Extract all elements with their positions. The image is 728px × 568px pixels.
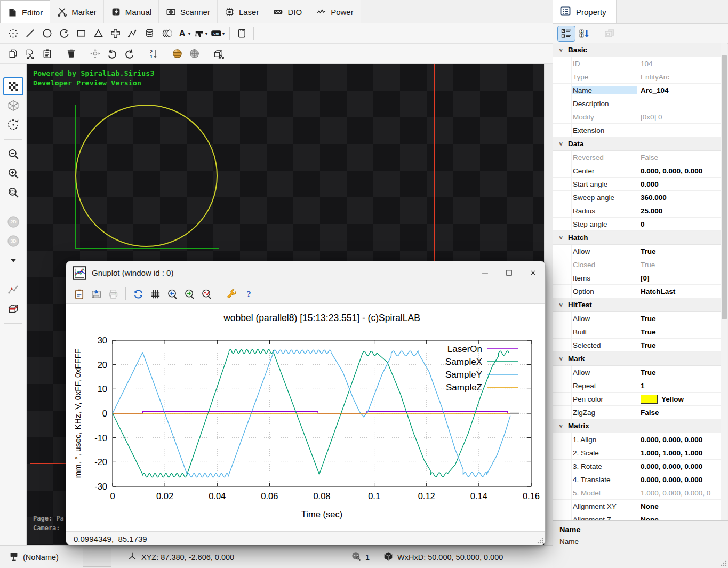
cut-icon[interactable] [22, 46, 38, 62]
entity-arc[interactable] [75, 105, 218, 247]
barcode-gun-icon[interactable]: ▾ [193, 26, 209, 42]
spiral-icon[interactable] [141, 26, 157, 42]
dropdown-caret[interactable]: ▾ [222, 31, 225, 36]
property-value[interactable]: None [637, 516, 721, 521]
tab-manual[interactable]: Manual [104, 0, 159, 23]
gp-copy-icon[interactable] [71, 286, 87, 301]
property-value[interactable]: 0.000, 0.000, 0.000 [637, 436, 721, 444]
property-group-data[interactable]: >Data [553, 137, 721, 151]
property-row-closed[interactable]: ClosedTrue [553, 258, 721, 271]
zoom-region-icon[interactable] [4, 184, 23, 201]
dropdown-caret[interactable]: ▾ [188, 31, 191, 36]
property-value[interactable]: 25.000 [637, 207, 721, 215]
copy-icon[interactable] [5, 46, 21, 62]
property-value[interactable]: 0.000, 0.000, 0.000 [637, 167, 721, 175]
property-value[interactable]: [0x0] 0 [637, 113, 721, 121]
property-row-allow[interactable]: AllowTrue [553, 312, 721, 325]
property-row-extension[interactable]: Extension [553, 124, 721, 137]
property-value[interactable]: True [637, 315, 721, 323]
categorized-view-button[interactable] [558, 26, 575, 41]
move-icon[interactable] [87, 46, 103, 62]
line-icon[interactable] [22, 26, 38, 42]
property-row-alignment-z[interactable]: Alignment ZNone [553, 513, 721, 520]
property-row-name[interactable]: NameArc_104 [553, 84, 721, 97]
gnuplot-titlebar[interactable]: Gnuplot (window id : 0) [66, 261, 545, 284]
redo-icon[interactable] [121, 46, 137, 62]
maximize-button[interactable] [497, 261, 521, 284]
tab-dio[interactable]: DIO [266, 0, 309, 23]
gp-save-icon[interactable] [88, 286, 104, 301]
gp-grid-icon[interactable] [147, 286, 163, 301]
property-group-hittest[interactable]: >HitTest [553, 298, 721, 312]
tab-marker[interactable]: Marker [50, 0, 104, 23]
points-icon[interactable] [5, 26, 21, 42]
undo-icon[interactable] [104, 46, 120, 62]
property-row-zigzag[interactable]: ZigZagFalse [553, 406, 721, 419]
property-row-selected[interactable]: SelectedTrue [553, 339, 721, 352]
caret-down-icon[interactable] [4, 252, 23, 269]
property-row-step-angle[interactable]: Step angle0 [553, 218, 721, 231]
property-row-id[interactable]: ID104 [553, 57, 721, 70]
property-row-3-rotate[interactable]: 3. Rotate0.000, 0.000, 0.000 [553, 460, 721, 473]
property-group-mark[interactable]: >Mark [553, 352, 721, 366]
cube-icon[interactable] [4, 97, 23, 114]
property-row-4-translate[interactable]: 4. Translate0.000, 0.000, 0.000 [553, 473, 721, 486]
property-value[interactable]: None [637, 502, 721, 510]
ctrl-key-icon[interactable]: Ctrl▾ [210, 26, 226, 42]
tab-scanner[interactable]: Scanner [159, 0, 218, 23]
paste-icon[interactable] [39, 46, 55, 62]
property-row-option[interactable]: OptionHatchLast [553, 285, 721, 298]
circle-icon[interactable] [39, 26, 55, 42]
text-icon[interactable]: A▾ [175, 26, 191, 42]
property-value[interactable]: False [637, 409, 721, 417]
property-row-start-angle[interactable]: Start angle0.000 [553, 178, 721, 191]
gp-zoom-next-icon[interactable] [181, 286, 197, 301]
dropdown-caret[interactable]: ▾ [205, 31, 208, 36]
property-value[interactable]: 1.000, 1.000, 1.000 [637, 449, 721, 457]
rectangle-icon[interactable] [73, 26, 89, 42]
slice-box-icon[interactable] [4, 300, 23, 317]
scrollbar-thumb[interactable] [722, 55, 727, 319]
property-value[interactable]: True [637, 369, 721, 377]
tab-power[interactable]: Power [309, 0, 361, 23]
property-value[interactable]: True [637, 341, 721, 349]
tab-laser[interactable]: Laser [218, 0, 267, 23]
gp-zoom-prev-icon[interactable] [164, 286, 180, 301]
close-button[interactable] [521, 261, 545, 284]
property-row-built[interactable]: BuiltTrue [553, 325, 721, 339]
alphabetical-sort-button[interactable]: AZ [576, 26, 593, 41]
property-value[interactable]: True [637, 328, 721, 336]
property-row-allow[interactable]: AllowTrue [553, 245, 721, 258]
hatch-sphere-icon[interactable] [169, 46, 185, 62]
resize-grip[interactable] [720, 559, 727, 567]
property-value[interactable]: Arc_104 [637, 86, 721, 94]
card-icon[interactable] [234, 26, 250, 42]
property-row-radius[interactable]: Radius25.000 [553, 204, 721, 218]
property-value[interactable]: True [637, 247, 721, 255]
property-scrollbar[interactable] [721, 43, 727, 520]
property-row-description[interactable]: Description [553, 97, 721, 110]
property-row-pen-color[interactable]: Pen colorYellow [553, 393, 721, 406]
property-row-type[interactable]: TypeEntityArc [553, 70, 721, 84]
property-row-modify[interactable]: Modify[0x0] 0 [553, 110, 721, 124]
region-cut-icon[interactable] [210, 46, 226, 62]
property-value[interactable]: 0.000, 0.000, 0.000 [637, 476, 721, 484]
resize-grip[interactable] [537, 537, 544, 545]
property-row-center[interactable]: Center0.000, 0.000, 0.000 [553, 164, 721, 178]
property-row-5-model[interactable]: 5. Model1.000, 0.000, 0.000, 0 [553, 486, 721, 500]
tab-editor[interactable]: Editor [0, 0, 50, 24]
property-row-allow[interactable]: AllowTrue [553, 366, 721, 379]
polyline-icon[interactable] [124, 26, 140, 42]
property-value[interactable]: 104 [637, 60, 721, 68]
property-value[interactable]: Yellow [637, 395, 721, 404]
gp-config-icon[interactable] [223, 286, 239, 301]
delete-icon[interactable] [63, 46, 79, 62]
property-value[interactable]: False [637, 154, 721, 162]
pen-color-swatch[interactable] [641, 395, 658, 404]
triangle-icon[interactable] [90, 26, 106, 42]
property-group-matrix[interactable]: >Matrix [553, 419, 721, 433]
property-row-alignment-xy[interactable]: Alignment XYNone [553, 500, 721, 513]
property-value[interactable]: 0.000 [637, 180, 721, 188]
gp-autoscale-icon[interactable] [198, 286, 214, 301]
zoom-out-icon[interactable] [4, 146, 23, 163]
